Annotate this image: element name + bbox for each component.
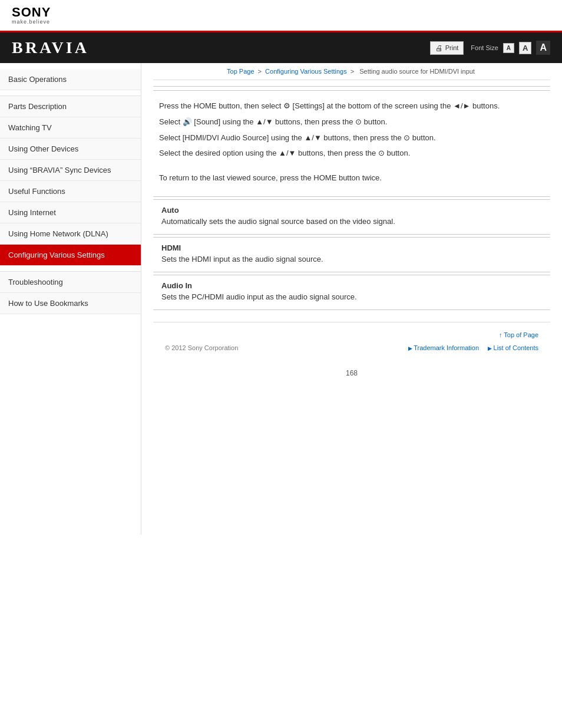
breadcrumb-separator-1: >: [258, 68, 262, 75]
footer-links: © 2012 Sony Corporation Trademark Inform…: [165, 344, 538, 351]
font-size-large-button[interactable]: A: [536, 41, 550, 55]
page-footer: Top of Page © 2012 Sony Corporation Trad…: [153, 322, 550, 357]
option-audio-in-label: Audio In: [161, 281, 542, 290]
page-number: 168: [153, 369, 550, 383]
option-hdmi-label: HDMI: [161, 243, 542, 252]
print-icon: 🖨: [435, 44, 443, 52]
sidebar-item-using-internet[interactable]: Using Internet: [0, 202, 141, 223]
instruction-step-1: Press the HOME button, then select ⚙ [Se…: [159, 100, 544, 113]
breadcrumb-configuring[interactable]: Configuring Various Settings: [265, 68, 347, 75]
bravia-bar: BRAVIA 🖨 Print Font Size A A A: [0, 32, 562, 63]
divider-4: [153, 234, 550, 235]
sidebar: Basic Operations Parts Description Watch…: [0, 63, 141, 535]
divider-3: [153, 196, 550, 197]
option-auto: Auto Automatically sets the audio signal…: [153, 199, 550, 232]
top-of-page-link[interactable]: Top of Page: [165, 328, 538, 341]
print-label: Print: [445, 44, 459, 51]
sidebar-gap-1: [0, 90, 141, 96]
divider-1: [153, 86, 550, 87]
sidebar-item-using-home-network[interactable]: Using Home Network (DLNA): [0, 223, 141, 245]
option-auto-desc: Automatically sets the audio signal sour…: [161, 217, 542, 226]
breadcrumb: Top Page > Configuring Various Settings …: [153, 63, 550, 80]
instruction-step-2: Select 🔊 [Sound] using the ▲/▼ buttons, …: [159, 116, 544, 129]
sony-text: SONY: [12, 6, 550, 19]
option-hdmi: HDMI Sets the HDMI input as the audio si…: [153, 237, 550, 269]
divider-2: [153, 90, 550, 91]
sidebar-item-watching-tv[interactable]: Watching TV: [0, 117, 141, 139]
list-of-contents-link[interactable]: List of Contents: [488, 344, 538, 351]
bravia-title: BRAVIA: [12, 38, 89, 57]
option-hdmi-desc: Sets the HDMI input as the audio signal …: [161, 255, 542, 263]
font-size-label: Font Size: [471, 44, 498, 51]
option-audio-in-desc: Sets the PC/HDMI audio input as the audi…: [161, 292, 542, 301]
font-size-medium-button[interactable]: A: [519, 42, 531, 54]
sony-logo: SONY make.believe: [12, 6, 550, 25]
copyright: © 2012 Sony Corporation: [165, 344, 238, 351]
top-bar: SONY make.believe: [0, 0, 562, 32]
sidebar-item-troubleshooting[interactable]: Troubleshooting: [0, 272, 141, 293]
sidebar-item-how-to-use-bookmarks[interactable]: How to Use Bookmarks: [0, 293, 141, 314]
instruction-step-4: Select the desired option using the ▲/▼ …: [159, 147, 544, 160]
main-layout: Basic Operations Parts Description Watch…: [0, 63, 562, 535]
content-area: Top Page > Configuring Various Settings …: [141, 63, 562, 535]
footer-right: Trademark Information List of Contents: [408, 344, 538, 351]
trademark-link[interactable]: Trademark Information: [408, 344, 479, 351]
sidebar-gap-2: [0, 266, 141, 272]
font-size-small-button[interactable]: A: [503, 43, 514, 53]
breadcrumb-top-page[interactable]: Top Page: [227, 68, 254, 75]
sidebar-item-basic-operations[interactable]: Basic Operations: [0, 69, 141, 90]
sidebar-item-parts-description[interactable]: Parts Description: [0, 96, 141, 117]
option-audio-in: Audio In Sets the PC/HDMI audio input as…: [153, 275, 550, 307]
sidebar-item-using-other-devices[interactable]: Using Other Devices: [0, 139, 141, 160]
header-controls: 🖨 Print Font Size A A A: [430, 41, 550, 55]
sidebar-item-useful-functions[interactable]: Useful Functions: [0, 181, 141, 202]
divider-6: [153, 309, 550, 310]
instruction-note: To return to the last viewed source, pre…: [159, 172, 544, 185]
breadcrumb-current: Setting audio source for HDMI/DVI input: [359, 68, 475, 75]
sidebar-item-configuring-various-settings[interactable]: Configuring Various Settings: [0, 245, 141, 266]
sony-tagline: make.believe: [12, 19, 550, 25]
instruction-block: Press the HOME button, then select ⚙ [Se…: [153, 94, 550, 194]
divider-5: [153, 272, 550, 272]
breadcrumb-separator-2: >: [351, 68, 354, 75]
option-auto-label: Auto: [161, 206, 542, 215]
print-button[interactable]: 🖨 Print: [430, 41, 464, 55]
instruction-step-3: Select [HDMI/DVI Audio Source] using the…: [159, 132, 544, 144]
sidebar-item-using-bravia-sync[interactable]: Using “BRAVIA” Sync Devices: [0, 160, 141, 181]
